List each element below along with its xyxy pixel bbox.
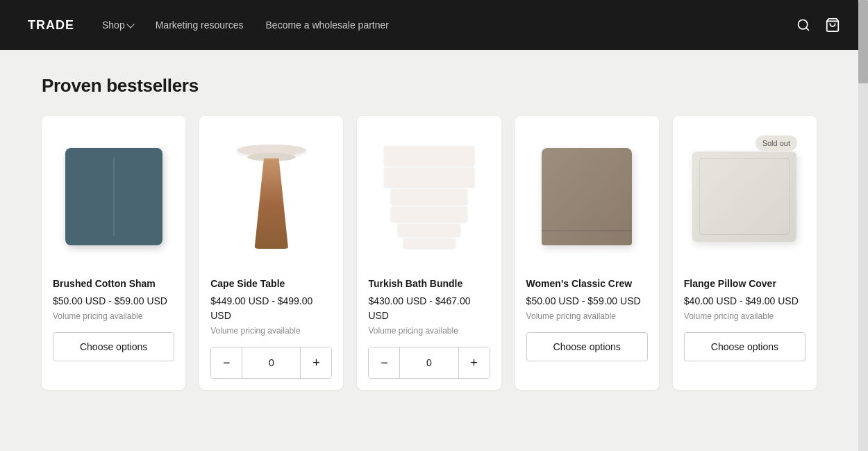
volume-pricing-2: Volume pricing available — [368, 326, 490, 336]
section-title: Proven bestsellers — [42, 75, 817, 97]
qty-value-2: 0 — [399, 347, 458, 378]
product-name-0: Brushed Cotton Sham — [53, 277, 174, 290]
product-card-flange-pillow-cover: Sold out Flange Pillow Cover $40.00 USD … — [673, 116, 817, 390]
volume-pricing-0: Volume pricing available — [53, 311, 174, 321]
nav-logo[interactable]: TRADE — [28, 18, 74, 33]
volume-pricing-4: Volume pricing available — [684, 311, 806, 321]
qty-control-2: − 0 + — [368, 347, 490, 379]
pillow-image — [65, 148, 162, 245]
flange-pillow-image — [692, 151, 796, 242]
product-card-brushed-cotton-sham: Brushed Cotton Sham $50.00 USD - $59.00 … — [42, 116, 185, 390]
towel-stack — [384, 146, 474, 248]
nav-link-wholesale[interactable]: Become a wholesale partner — [266, 19, 389, 31]
product-price-3: $50.00 USD - $59.00 USD — [526, 294, 648, 309]
choose-options-button-4[interactable]: Choose options — [684, 332, 806, 361]
product-name-3: Women's Classic Crew — [526, 277, 648, 290]
flange-border — [699, 158, 790, 235]
product-name-2: Turkish Bath Bundle — [368, 277, 490, 290]
towel-2 — [384, 167, 474, 187]
towel-3 — [391, 189, 467, 204]
product-image-cape-side-table — [210, 127, 332, 266]
table-image — [233, 145, 310, 249]
product-name-4: Flange Pillow Cover — [684, 277, 806, 290]
product-card-cape-side-table: Cape Side Table $449.00 USD - $499.00 US… — [199, 116, 343, 390]
product-price-4: $40.00 USD - $49.00 USD — [684, 294, 806, 309]
product-card-womens-classic-crew: Women's Classic Crew $50.00 USD - $59.00… — [515, 116, 659, 390]
product-image-womens-classic-crew — [526, 127, 648, 266]
towel-6 — [403, 238, 456, 248]
volume-pricing-1: Volume pricing available — [210, 326, 332, 336]
product-image-turkish-bath-bundle — [368, 127, 490, 266]
nav-link-shop[interactable]: Shop — [102, 19, 133, 31]
sold-out-badge: Sold out — [756, 136, 797, 151]
nav-links: Shop Marketing resources Become a wholes… — [102, 19, 796, 31]
main-content: Proven bestsellers Brushed Cotton Sham $… — [0, 50, 858, 451]
sweatshirt-image — [542, 148, 632, 245]
choose-options-button-3[interactable]: Choose options — [526, 332, 648, 361]
nav-icons — [796, 17, 840, 33]
navbar: TRADE Shop Marketing resources Become a … — [0, 0, 868, 50]
product-name-1: Cape Side Table — [210, 277, 332, 290]
product-grid: Brushed Cotton Sham $50.00 USD - $59.00 … — [42, 116, 817, 390]
qty-decrease-1[interactable]: − — [211, 347, 242, 378]
product-price-1: $449.00 USD - $499.00 USD — [210, 294, 332, 323]
chevron-down-icon — [126, 20, 134, 28]
nav-link-marketing[interactable]: Marketing resources — [156, 19, 244, 31]
product-price-2: $430.00 USD - $467.00 USD — [368, 294, 490, 323]
towel-1 — [384, 146, 474, 165]
choose-options-button-0[interactable]: Choose options — [53, 332, 174, 361]
product-image-flange-pillow-cover: Sold out — [684, 127, 806, 266]
cart-icon[interactable] — [825, 17, 840, 33]
scrollbar-thumb[interactable] — [858, 0, 868, 83]
towel-4 — [391, 206, 467, 222]
qty-increase-1[interactable]: + — [301, 347, 331, 378]
qty-decrease-2[interactable]: − — [369, 347, 399, 378]
product-image-brushed-cotton-sham — [53, 127, 174, 266]
product-card-turkish-bath-bundle: Turkish Bath Bundle $430.00 USD - $467.0… — [357, 116, 501, 390]
scrollbar[interactable] — [858, 0, 868, 451]
qty-value-1: 0 — [242, 347, 301, 378]
sweatshirt-fold — [542, 230, 632, 231]
table-pedestal — [253, 158, 290, 249]
qty-increase-2[interactable]: + — [459, 347, 490, 378]
volume-pricing-3: Volume pricing available — [526, 311, 648, 321]
svg-line-1 — [806, 28, 809, 31]
product-price-0: $50.00 USD - $59.00 USD — [53, 294, 174, 309]
search-icon[interactable] — [796, 17, 811, 33]
towel-5 — [398, 224, 460, 236]
qty-control-1: − 0 + — [210, 347, 332, 379]
